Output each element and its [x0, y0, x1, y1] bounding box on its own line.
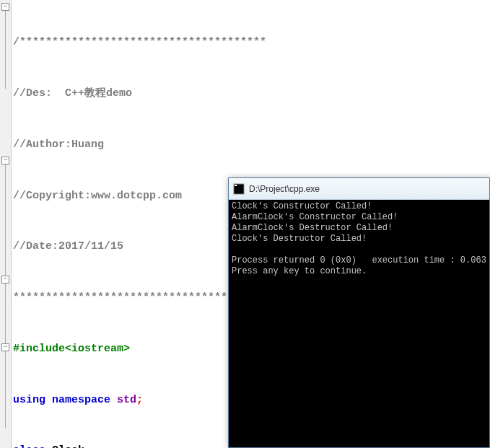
- preprocessor: #include<iostream>: [13, 343, 130, 355]
- fold-gutter: − − − −: [0, 0, 12, 448]
- identifier-std: std: [117, 394, 136, 406]
- svg-rect-1: [235, 185, 237, 186]
- console-title: D:\Project\cpp.exe: [249, 184, 320, 194]
- fold-toggle[interactable]: −: [1, 3, 9, 11]
- fold-toggle[interactable]: −: [1, 343, 9, 351]
- comment: //Date:2017/11/15: [13, 240, 123, 252]
- keyword-class: class: [13, 444, 45, 448]
- app-icon: [233, 183, 245, 195]
- keyword-namespace: namespace: [52, 394, 110, 406]
- fold-toggle[interactable]: −: [1, 157, 9, 164]
- console-titlebar[interactable]: D:\Project\cpp.exe: [229, 178, 489, 200]
- comment: //Copyright:www.dotcpp.com: [13, 190, 182, 202]
- semicolon: ;: [136, 394, 143, 406]
- keyword-using: using: [13, 394, 45, 406]
- class-name: Clock: [52, 444, 84, 448]
- console-output: Clock's Constructor Called! AlarmClock's…: [229, 200, 489, 447]
- comment: //Des: C++教程demo: [13, 87, 132, 100]
- comment: /**************************************: [13, 36, 266, 48]
- comment: //Author:Huang: [13, 139, 104, 151]
- fold-toggle[interactable]: −: [1, 276, 9, 284]
- console-window[interactable]: D:\Project\cpp.exe Clock's Constructor C…: [228, 177, 490, 448]
